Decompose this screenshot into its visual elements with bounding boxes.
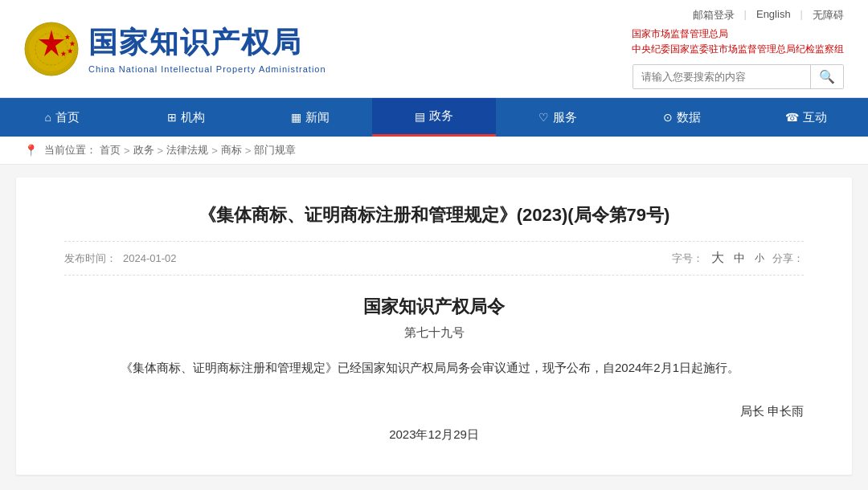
breadcrumb-trademark[interactable]: 商标 xyxy=(221,143,242,157)
share-label: 分享： xyxy=(772,251,804,266)
nav-label-service: 服务 xyxy=(553,110,577,125)
nav-label-news: 新闻 xyxy=(305,110,330,125)
top-links: 邮箱登录 | English | 无障碍 xyxy=(693,8,844,22)
main-content: 《集体商标、证明商标注册和管理规定》(2023)(局令第79号) 发布时间： 2… xyxy=(16,178,852,475)
publish-date: 2024-01-02 xyxy=(123,252,177,264)
interact-icon: ☎ xyxy=(785,111,799,124)
breadcrumb-home[interactable]: 首页 xyxy=(100,143,121,157)
sep-3: > xyxy=(211,145,218,157)
main-nav: ⌂ 首页 ⊞ 机构 ▦ 新闻 ▤ 政务 ♡ 服务 ⊙ 数据 ☎ 互动 xyxy=(0,98,868,137)
doc-number: 第七十九号 xyxy=(64,325,804,341)
font-size-label: 字号： xyxy=(672,251,703,266)
meta-left: 发布时间： 2024-01-02 xyxy=(64,251,177,266)
org-icon: ⊞ xyxy=(167,111,177,124)
separator-1: | xyxy=(744,8,747,22)
org-link-1[interactable]: 国家市场监督管理总局 xyxy=(632,27,728,41)
logo-area: 国家知识产权局 China National Intellectual Prop… xyxy=(24,22,326,76)
service-icon: ♡ xyxy=(538,111,549,124)
font-small-btn[interactable]: 小 xyxy=(755,251,764,265)
breadcrumb-current: 部门规章 xyxy=(254,143,296,157)
separator-2: | xyxy=(800,8,803,22)
nav-item-home[interactable]: ⌂ 首页 xyxy=(0,98,124,137)
zhengwu-icon: ▤ xyxy=(415,110,425,123)
meta-right: 字号： 大 中 小 分享： xyxy=(672,250,804,267)
doc-signature: 局长 申长雨 xyxy=(64,404,804,419)
search-input[interactable] xyxy=(633,67,810,87)
search-button[interactable]: 🔍 xyxy=(810,65,843,88)
nav-item-interact[interactable]: ☎ 互动 xyxy=(744,98,868,137)
data-icon: ⊙ xyxy=(663,111,673,124)
article-body: 国家知识产权局令 第七十九号 《集体商标、证明商标注册和管理规定》已经国家知识产… xyxy=(64,295,804,443)
breadcrumb-law[interactable]: 法律法规 xyxy=(166,143,208,157)
article-meta: 发布时间： 2024-01-02 字号： 大 中 小 分享： xyxy=(64,241,804,276)
font-large-btn[interactable]: 大 xyxy=(711,250,724,267)
sep-1: > xyxy=(124,145,130,157)
search-bar: 🔍 xyxy=(633,64,844,89)
mailbox-link[interactable]: 邮箱登录 xyxy=(693,8,735,22)
doc-title: 国家知识产权局令 xyxy=(64,295,804,319)
nav-label-org: 机构 xyxy=(181,110,205,125)
header: 国家知识产权局 China National Intellectual Prop… xyxy=(0,0,868,98)
accessible-link[interactable]: 无障碍 xyxy=(813,8,844,22)
logo-english: China National Intellectual Property Adm… xyxy=(88,64,326,74)
nav-item-news[interactable]: ▦ 新闻 xyxy=(248,98,372,137)
logo-chinese: 国家知识产权局 xyxy=(88,23,326,63)
location-icon: 📍 xyxy=(24,144,38,157)
doc-intro: 《集体商标、证明商标注册和管理规定》已经国家知识产权局局务会审议通过，现予公布，… xyxy=(121,357,747,380)
nav-label-home: 首页 xyxy=(55,110,80,125)
sep-2: > xyxy=(158,145,164,157)
sep-4: > xyxy=(245,145,252,157)
breadcrumb-zhengwu[interactable]: 政务 xyxy=(133,143,154,157)
font-medium-btn[interactable]: 中 xyxy=(734,251,745,266)
org-link-2[interactable]: 中央纪委国家监委驻市场监督管理总局纪检监察组 xyxy=(632,43,844,56)
org-links: 国家市场监督管理总局 中央纪委国家监委驻市场监督管理总局纪检监察组 xyxy=(632,27,844,56)
breadcrumb-prefix: 当前位置： xyxy=(44,143,96,157)
doc-date: 2023年12月29日 xyxy=(64,427,804,443)
logo-text: 国家知识产权局 China National Intellectual Prop… xyxy=(88,23,326,74)
nav-label-interact: 互动 xyxy=(803,110,827,125)
nav-label-data: 数据 xyxy=(677,110,701,125)
article-title: 《集体商标、证明商标注册和管理规定》(2023)(局令第79号) xyxy=(64,202,804,228)
publish-label: 发布时间： xyxy=(64,251,117,266)
home-icon: ⌂ xyxy=(44,111,51,124)
english-link[interactable]: English xyxy=(756,8,791,22)
nav-item-data[interactable]: ⊙ 数据 xyxy=(620,98,743,137)
nav-item-zhengwu[interactable]: ▤ 政务 xyxy=(372,98,496,137)
breadcrumb: 📍 当前位置： 首页 > 政务 > 法律法规 > 商标 > 部门规章 xyxy=(0,137,868,165)
nav-label-zhengwu: 政务 xyxy=(429,108,453,124)
nav-item-org[interactable]: ⊞ 机构 xyxy=(124,98,248,137)
nav-item-service[interactable]: ♡ 服务 xyxy=(496,98,620,137)
news-icon: ▦ xyxy=(291,111,301,124)
logo-emblem xyxy=(24,22,79,76)
header-right: 邮箱登录 | English | 无障碍 国家市场监督管理总局 中央纪委国家监委… xyxy=(632,8,844,89)
